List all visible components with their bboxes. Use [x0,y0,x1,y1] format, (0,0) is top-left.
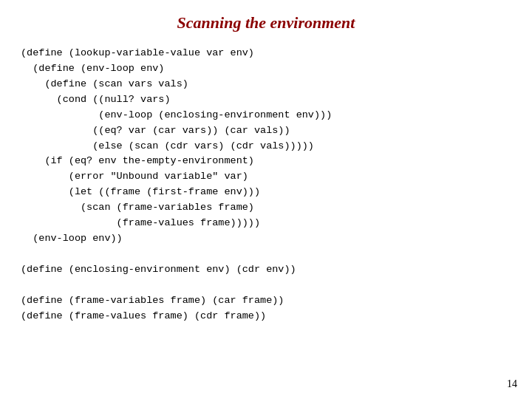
page-number: 14 [507,378,517,390]
slide-title: Scanning the environment [0,0,532,46]
slide-container: Scanning the environment (define (lookup… [0,0,532,324]
code-content: (define (lookup-variable-value var env) … [0,46,532,324]
